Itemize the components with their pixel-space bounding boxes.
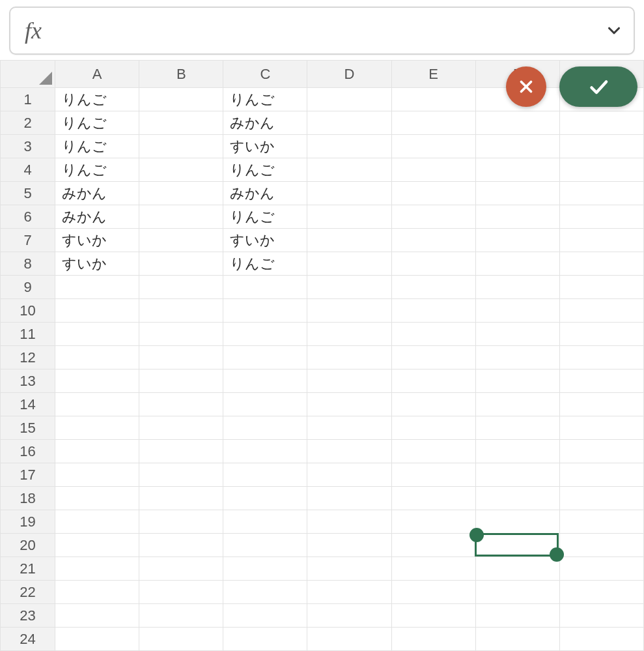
row-header-15[interactable]: 15 [1,416,55,440]
cell-G10[interactable] [559,299,643,323]
cell-G13[interactable] [559,369,643,393]
cell-G17[interactable] [559,463,643,487]
row-header-12[interactable]: 12 [1,346,55,369]
cell-B9[interactable] [139,276,223,299]
cell-E18[interactable] [391,487,475,510]
cell-F12[interactable] [475,346,559,369]
cell-B16[interactable] [139,440,223,463]
cell-G12[interactable] [559,346,643,369]
row-header-4[interactable]: 4 [1,158,55,182]
cell-B4[interactable] [139,158,223,182]
cell-G2[interactable] [559,111,643,135]
cell-E16[interactable] [391,440,475,463]
cell-D24[interactable] [307,628,391,651]
cell-F8[interactable] [475,252,559,276]
cell-A22[interactable] [55,581,139,604]
cell-F19[interactable] [475,510,559,534]
row-header-23[interactable]: 23 [1,604,55,628]
spreadsheet-grid[interactable]: ABCDEFG 1りんごりんご2りんごみかん3りんごすいか4りんごりんご5みかん… [0,60,644,651]
cell-A7[interactable]: すいか [55,229,139,252]
cell-E7[interactable] [391,229,475,252]
cell-E11[interactable] [391,323,475,346]
cell-B15[interactable] [139,416,223,440]
cell-C24[interactable] [223,628,307,651]
cell-G21[interactable] [559,557,643,581]
cell-G23[interactable] [559,604,643,628]
cell-A9[interactable] [55,276,139,299]
cell-D17[interactable] [307,463,391,487]
cell-F10[interactable] [475,299,559,323]
row-header-16[interactable]: 16 [1,440,55,463]
formula-input[interactable] [56,8,595,53]
cell-G11[interactable] [559,323,643,346]
cell-G9[interactable] [559,276,643,299]
cell-C21[interactable] [223,557,307,581]
row-header-9[interactable]: 9 [1,276,55,299]
cell-F16[interactable] [475,440,559,463]
cell-D18[interactable] [307,487,391,510]
row-header-3[interactable]: 3 [1,135,55,158]
cell-B6[interactable] [139,205,223,229]
row-header-2[interactable]: 2 [1,111,55,135]
row-header-6[interactable]: 6 [1,205,55,229]
cell-C14[interactable] [223,393,307,416]
cell-C22[interactable] [223,581,307,604]
cell-D15[interactable] [307,416,391,440]
cell-B24[interactable] [139,628,223,651]
cell-E23[interactable] [391,604,475,628]
cell-B19[interactable] [139,510,223,534]
cell-G5[interactable] [559,182,643,205]
cell-A20[interactable] [55,534,139,557]
cell-G24[interactable] [559,628,643,651]
select-all-corner[interactable] [1,61,55,88]
cell-A17[interactable] [55,463,139,487]
cell-A10[interactable] [55,299,139,323]
cell-E9[interactable] [391,276,475,299]
cell-F13[interactable] [475,369,559,393]
cell-F24[interactable] [475,628,559,651]
cell-D5[interactable] [307,182,391,205]
cell-B8[interactable] [139,252,223,276]
cell-D14[interactable] [307,393,391,416]
row-header-17[interactable]: 17 [1,463,55,487]
cell-C19[interactable] [223,510,307,534]
cell-F11[interactable] [475,323,559,346]
cell-F5[interactable] [475,182,559,205]
cell-B13[interactable] [139,369,223,393]
cell-B2[interactable] [139,111,223,135]
column-header-B[interactable]: B [139,61,223,88]
cell-E5[interactable] [391,182,475,205]
cell-G6[interactable] [559,205,643,229]
cell-D23[interactable] [307,604,391,628]
cell-B18[interactable] [139,487,223,510]
cell-D10[interactable] [307,299,391,323]
formula-bar-expand-toggle[interactable] [595,21,634,40]
cell-G18[interactable] [559,487,643,510]
cell-F23[interactable] [475,604,559,628]
cell-G19[interactable] [559,510,643,534]
cell-F17[interactable] [475,463,559,487]
cell-C11[interactable] [223,323,307,346]
cell-D11[interactable] [307,323,391,346]
cell-C6[interactable]: りんご [223,205,307,229]
cell-A5[interactable]: みかん [55,182,139,205]
cell-C3[interactable]: すいか [223,135,307,158]
cell-G22[interactable] [559,581,643,604]
cell-D3[interactable] [307,135,391,158]
cell-E22[interactable] [391,581,475,604]
cell-D6[interactable] [307,205,391,229]
cell-B20[interactable] [139,534,223,557]
cell-D9[interactable] [307,276,391,299]
cell-B10[interactable] [139,299,223,323]
cell-D19[interactable] [307,510,391,534]
cell-D21[interactable] [307,557,391,581]
cell-F9[interactable] [475,276,559,299]
cell-C12[interactable] [223,346,307,369]
cell-C9[interactable] [223,276,307,299]
row-header-24[interactable]: 24 [1,628,55,651]
cell-A19[interactable] [55,510,139,534]
cell-D8[interactable] [307,252,391,276]
cell-E4[interactable] [391,158,475,182]
cell-A12[interactable] [55,346,139,369]
cell-G16[interactable] [559,440,643,463]
